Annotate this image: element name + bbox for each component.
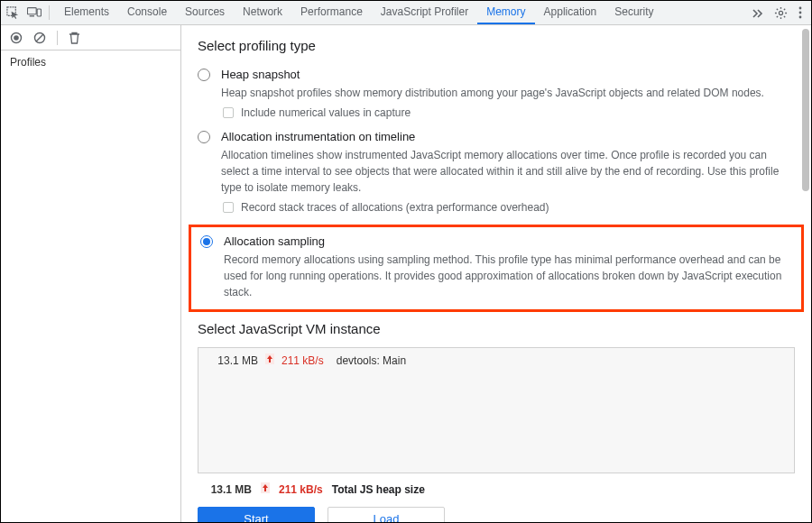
- divider: [49, 5, 50, 20]
- svg-point-9: [14, 35, 19, 41]
- tab-memory[interactable]: Memory: [477, 1, 534, 24]
- panel-tabs: Elements Console Sources Network Perform…: [55, 1, 742, 24]
- vm-summary: 13.1 MB 211 kB/s Total JS heap size: [198, 473, 795, 507]
- topbar-right-icons: [742, 1, 811, 24]
- tab-application[interactable]: Application: [535, 1, 606, 24]
- tab-sources[interactable]: Sources: [176, 1, 234, 24]
- vm-instance-heading: Select JavaScript VM instance: [198, 321, 795, 336]
- topbar-left-icons: [6, 1, 55, 24]
- vm-instance-list[interactable]: 13.1 MB 211 kB/s devtools: Main: [198, 347, 795, 473]
- summary-label: Total JS heap size: [332, 483, 425, 496]
- svg-point-7: [799, 16, 802, 19]
- arrow-up-icon: [265, 353, 274, 367]
- load-button[interactable]: Load: [328, 507, 445, 522]
- option-desc: Allocation timelines show instrumented J…: [221, 147, 795, 196]
- svg-point-5: [799, 7, 802, 10]
- profiles-sidebar: Profiles: [1, 25, 181, 522]
- option-title: Heap snapshot: [221, 68, 795, 81]
- svg-rect-2: [30, 15, 34, 16]
- checkbox-include-numerical[interactable]: Include numerical values in capture: [221, 106, 795, 119]
- checkbox-icon[interactable]: [223, 107, 234, 118]
- profiling-type-heading: Select profiling type: [198, 38, 795, 53]
- checkbox-icon[interactable]: [223, 202, 234, 213]
- highlight-allocation-sampling: Allocation sampling Record memory alloca…: [189, 225, 804, 312]
- kebab-menu-icon[interactable]: [798, 6, 802, 19]
- memory-panel-main: Select profiling type Heap snapshot Heap…: [181, 25, 811, 522]
- scrollbar[interactable]: [800, 25, 809, 520]
- tab-performance[interactable]: Performance: [291, 1, 372, 24]
- option-heap-snapshot[interactable]: Heap snapshot Heap snapshot profiles sho…: [198, 64, 795, 126]
- tab-network[interactable]: Network: [234, 1, 291, 24]
- summary-rate: 211 kB/s: [279, 483, 323, 496]
- vm-rate: 211 kB/s: [281, 354, 324, 367]
- devtools-tabbar: Elements Console Sources Network Perform…: [1, 1, 811, 25]
- checkbox-stack-traces[interactable]: Record stack traces of allocations (extr…: [221, 201, 795, 214]
- sidebar-toolbar: [1, 25, 180, 50]
- svg-rect-1: [27, 8, 36, 14]
- tab-elements[interactable]: Elements: [55, 1, 118, 24]
- option-desc: Record memory allocations using sampling…: [224, 252, 792, 300]
- svg-line-11: [36, 34, 43, 41]
- more-tabs-icon[interactable]: [751, 6, 763, 19]
- action-buttons: Start Load: [198, 507, 795, 522]
- option-allocation-sampling[interactable]: Allocation sampling Record memory alloca…: [200, 234, 792, 300]
- radio-allocation-sampling[interactable]: [200, 235, 215, 250]
- summary-size: 13.1 MB: [201, 483, 252, 496]
- record-icon[interactable]: [10, 32, 23, 44]
- vm-row[interactable]: 13.1 MB 211 kB/s devtools: Main: [208, 353, 785, 367]
- vm-name: devtools: Main: [337, 354, 406, 367]
- gear-icon[interactable]: [774, 6, 788, 20]
- panel-body: Profiles Select profiling type Heap snap…: [1, 25, 811, 522]
- tab-security[interactable]: Security: [605, 1, 662, 24]
- option-title: Allocation sampling: [224, 234, 792, 248]
- device-toggle-icon[interactable]: [27, 6, 42, 19]
- inspect-element-icon[interactable]: [6, 6, 20, 20]
- divider: [57, 31, 58, 45]
- tab-console[interactable]: Console: [118, 1, 176, 24]
- start-button[interactable]: Start: [198, 507, 315, 522]
- scrollbar-thumb[interactable]: [802, 29, 809, 191]
- radio-heap-snapshot[interactable]: [198, 69, 212, 83]
- vm-size: 13.1 MB: [208, 354, 258, 367]
- arrow-up-icon: [261, 482, 270, 496]
- option-allocation-timeline[interactable]: Allocation instrumentation on timeline A…: [198, 126, 795, 221]
- option-desc: Heap snapshot profiles show memory distr…: [221, 85, 795, 101]
- radio-allocation-timeline[interactable]: [198, 131, 212, 145]
- checkbox-label: Include numerical values in capture: [241, 106, 411, 119]
- svg-point-4: [779, 11, 782, 14]
- svg-point-6: [799, 12, 802, 14]
- checkbox-label: Record stack traces of allocations (extr…: [241, 201, 549, 214]
- svg-rect-3: [37, 9, 41, 16]
- sidebar-section-profiles: Profiles: [1, 50, 180, 74]
- option-title: Allocation instrumentation on timeline: [221, 130, 795, 143]
- tab-js-profiler[interactable]: JavaScript Profiler: [372, 1, 477, 24]
- clear-icon[interactable]: [33, 32, 46, 44]
- trash-icon[interactable]: [69, 32, 80, 44]
